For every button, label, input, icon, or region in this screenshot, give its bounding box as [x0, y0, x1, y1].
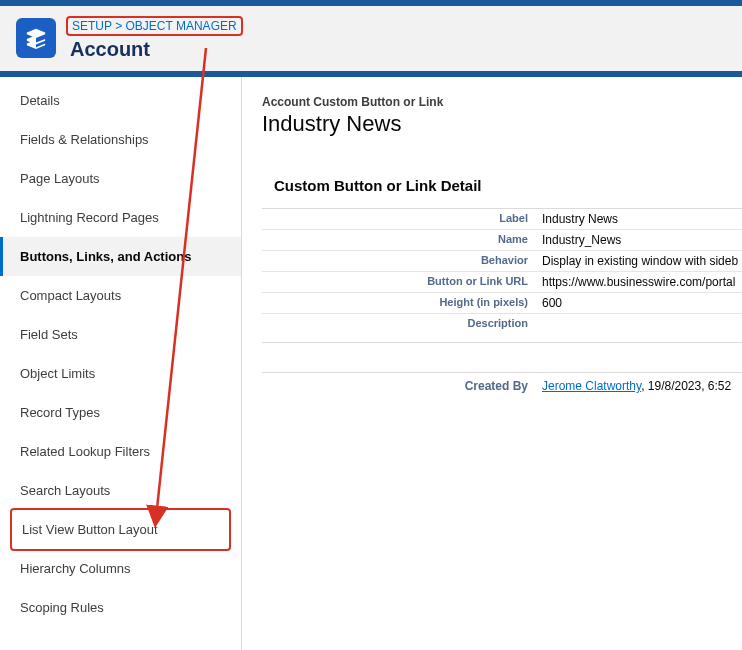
detail-label: Description — [262, 317, 542, 329]
created-by-user-link[interactable]: Jerome Clatworthy — [542, 379, 641, 393]
detail-value: Industry News — [542, 212, 618, 226]
detail-label: Label — [262, 212, 542, 226]
header-text: SETUP > OBJECT MANAGER Account — [70, 16, 243, 61]
detail-label: Name — [262, 233, 542, 247]
breadcrumb[interactable]: SETUP > OBJECT MANAGER — [66, 16, 243, 36]
sidebar-item-fields-relationships[interactable]: Fields & Relationships — [0, 120, 241, 159]
breadcrumb-setup-link[interactable]: SETUP — [72, 19, 112, 33]
sidebar-item-scoping-rules[interactable]: Scoping Rules — [0, 588, 241, 627]
created-by-label: Created By — [262, 379, 542, 393]
page-title: Account — [70, 38, 243, 61]
sidebar-item-field-sets[interactable]: Field Sets — [0, 315, 241, 354]
sidebar-item-lightning-record-pages[interactable]: Lightning Record Pages — [0, 198, 241, 237]
detail-row-label: Label Industry News — [262, 208, 742, 229]
detail-table: Label Industry News Name Industry_News B… — [262, 208, 742, 332]
breadcrumb-object-manager-link[interactable]: OBJECT MANAGER — [126, 19, 237, 33]
section-divider — [262, 342, 742, 372]
main-panel: Account Custom Button or Link Industry N… — [242, 77, 742, 650]
sidebar-item-details[interactable]: Details — [0, 81, 241, 120]
sidebar: Details Fields & Relationships Page Layo… — [0, 77, 242, 650]
detail-value: https://www.businesswire.com/portal — [542, 275, 735, 289]
detail-value: Industry_News — [542, 233, 621, 247]
object-manager-icon — [16, 18, 56, 58]
breadcrumb-sep: > — [115, 19, 122, 33]
record-subheading: Account Custom Button or Link — [262, 95, 742, 109]
created-by-value: Jerome Clatworthy, 19/8/2023, 6:52 — [542, 379, 731, 393]
sidebar-item-search-layouts[interactable]: Search Layouts — [0, 471, 241, 510]
detail-row-url: Button or Link URL https://www.businessw… — [262, 271, 742, 292]
detail-value: 600 — [542, 296, 562, 310]
detail-row-name: Name Industry_News — [262, 229, 742, 250]
created-by-date: , 19/8/2023, 6:52 — [641, 379, 731, 393]
record-title: Industry News — [262, 111, 742, 137]
detail-value: Display in existing window with sideb — [542, 254, 738, 268]
detail-label: Height (in pixels) — [262, 296, 542, 310]
sidebar-item-hierarchy-columns[interactable]: Hierarchy Columns — [0, 549, 241, 588]
sidebar-item-buttons-links-actions[interactable]: Buttons, Links, and Actions — [0, 237, 241, 276]
page-header: SETUP > OBJECT MANAGER Account — [0, 6, 742, 71]
sidebar-item-list-view-button-layout[interactable]: List View Button Layout — [10, 508, 231, 551]
sidebar-item-compact-layouts[interactable]: Compact Layouts — [0, 276, 241, 315]
sidebar-item-object-limits[interactable]: Object Limits — [0, 354, 241, 393]
content-area: Details Fields & Relationships Page Layo… — [0, 77, 742, 650]
detail-row-behavior: Behavior Display in existing window with… — [262, 250, 742, 271]
detail-row-description: Description — [262, 313, 742, 332]
sidebar-item-page-layouts[interactable]: Page Layouts — [0, 159, 241, 198]
sidebar-item-related-lookup-filters[interactable]: Related Lookup Filters — [0, 432, 241, 471]
detail-label: Button or Link URL — [262, 275, 542, 289]
detail-section-title: Custom Button or Link Detail — [274, 177, 742, 194]
detail-label: Behavior — [262, 254, 542, 268]
detail-row-height: Height (in pixels) 600 — [262, 292, 742, 313]
sidebar-item-record-types[interactable]: Record Types — [0, 393, 241, 432]
created-by-row: Created By Jerome Clatworthy, 19/8/2023,… — [262, 372, 742, 393]
